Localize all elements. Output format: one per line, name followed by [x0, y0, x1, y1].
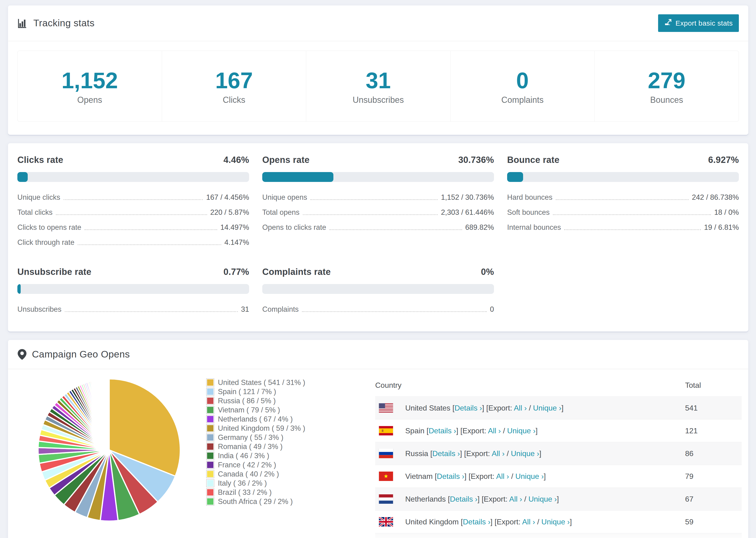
details-link[interactable]: Details › — [429, 426, 456, 435]
legend-swatch — [207, 416, 213, 422]
rates-card: Clicks rate4.46%Unique clicks167 / 4.456… — [8, 143, 748, 332]
legend-label: Romania ( 49 / 3% ) — [218, 443, 283, 450]
summary-stat-clicks: 167Clicks — [162, 51, 306, 121]
legend-swatch — [207, 480, 213, 486]
legend-item-south-africa: South Africa ( 29 / 2% ) — [207, 498, 357, 505]
export-icon — [664, 18, 672, 28]
country-name: United States — [405, 404, 450, 412]
flag-cell — [375, 511, 405, 533]
details-link[interactable]: Details › — [455, 404, 482, 412]
rate-row-label: Unsubscribes — [17, 305, 62, 314]
geo-table-row-us: United States [Details ›] [Export: All ›… — [375, 397, 742, 419]
details-link[interactable]: Details › — [463, 517, 490, 526]
export-unique-link[interactable]: Unique › — [515, 472, 544, 480]
rate-row-value: 167 / 4.456% — [206, 193, 249, 202]
rate-row-value: 242 / 86.738% — [692, 193, 739, 202]
total-value: 55 — [685, 533, 742, 538]
dotted-leader — [56, 214, 207, 215]
rate-row: Click through rate4.147% — [17, 235, 249, 250]
legend-item-germany: Germany ( 55 / 3% ) — [207, 434, 357, 441]
summary-label: Bounces — [595, 95, 739, 105]
dotted-leader — [64, 199, 203, 200]
dotted-leader — [65, 311, 238, 312]
export-all-link[interactable]: All › — [488, 426, 501, 435]
legend-swatch — [207, 471, 213, 477]
legend-label: India ( 46 / 3% ) — [218, 452, 269, 459]
rate-block-unsubscribe-rate: Unsubscribe rate0.77%Unsubscribes31 — [17, 267, 249, 317]
dotted-leader — [564, 229, 701, 230]
legend-label: Germany ( 55 / 3% ) — [218, 434, 283, 441]
rate-title: Complaints rate — [262, 267, 331, 277]
summary-stat-complaints: 0Complaints — [450, 51, 594, 121]
export-all-link[interactable]: All › — [514, 404, 527, 412]
rate-row-label: Clicks to opens rate — [17, 223, 81, 232]
legend-swatch — [207, 453, 213, 459]
summary-label: Clicks — [162, 95, 306, 105]
campaign-geo-opens-card: Campaign Geo Opens United States ( 541 /… — [8, 340, 748, 538]
legend-label: Brazil ( 33 / 2% ) — [218, 489, 272, 496]
flag-ru-icon — [378, 449, 394, 458]
rate-row: Complaints0 — [262, 302, 494, 317]
rate-row: Internal bounces19 / 6.81% — [507, 220, 739, 235]
geo-pie-chart — [36, 376, 182, 524]
legend-item-netherlands: Netherlands ( 67 / 4% ) — [207, 415, 357, 423]
flag-cell — [375, 419, 405, 442]
export-unique-link[interactable]: Unique › — [511, 449, 539, 458]
export-unique-link[interactable]: Unique › — [541, 517, 570, 526]
rate-head: Unsubscribe rate0.77% — [17, 267, 249, 277]
export-all-link[interactable]: All › — [496, 472, 509, 480]
rate-progress-fill — [17, 284, 21, 294]
export-all-link[interactable]: All › — [522, 517, 535, 526]
summary-value: 1,152 — [18, 69, 162, 92]
geo-body: United States ( 541 / 31% )Spain ( 121 /… — [8, 369, 748, 538]
summary-value: 0 — [451, 69, 594, 92]
legend-item-vietnam: Vietnam ( 79 / 5% ) — [207, 406, 357, 413]
flag-cell — [375, 533, 405, 538]
export-basic-stats-button[interactable]: Export basic stats — [658, 14, 739, 32]
export-unique-link[interactable]: Unique › — [507, 426, 536, 435]
rate-row-label: Soft bounces — [507, 208, 550, 217]
legend-swatch — [207, 434, 213, 441]
legend-label: South Africa ( 29 / 2% ) — [218, 498, 293, 505]
geo-table-wrap: Country Total United States [Details ›] … — [375, 369, 742, 538]
rate-row: Soft bounces18 / 0% — [507, 205, 739, 220]
rate-row-value: 1,152 / 30.736% — [441, 193, 494, 202]
details-link[interactable]: Details › — [450, 495, 477, 503]
export-all-link[interactable]: All › — [509, 495, 522, 503]
rate-row-label: Hard bounces — [507, 193, 553, 202]
legend-swatch — [207, 489, 213, 496]
total-value: 121 — [685, 419, 742, 442]
summary-stats-row: 1,152Opens167Clicks31Unsubscribes0Compla… — [17, 51, 739, 122]
rate-row-label: Total opens — [262, 208, 299, 217]
country-cell: Germany [Details ›] [Export: All › / Uni… — [405, 533, 685, 538]
details-link[interactable]: Details › — [437, 472, 464, 480]
export-all-link[interactable]: All › — [492, 449, 505, 458]
geo-table-row-es: Spain [Details ›] [Export: All › / Uniqu… — [375, 419, 742, 442]
rate-progress-track — [17, 284, 249, 294]
export-unique-link[interactable]: Unique › — [528, 495, 557, 503]
rate-block-clicks-rate: Clicks rate4.46%Unique clicks167 / 4.456… — [17, 155, 249, 250]
flag-cell — [375, 465, 405, 488]
dotted-leader — [556, 199, 689, 200]
rate-value: 6.927% — [708, 155, 739, 165]
country-name: United Kingdom — [405, 517, 459, 526]
details-link[interactable]: Details › — [432, 449, 460, 458]
summary-value: 31 — [306, 69, 450, 92]
tracking-stats-title: Tracking stats — [17, 18, 95, 28]
export-unique-link[interactable]: Unique › — [533, 404, 561, 412]
country-column-header: Country — [375, 374, 685, 397]
rate-row-value: 14.497% — [220, 223, 249, 232]
summary-label: Opens — [18, 95, 162, 105]
dotted-leader — [84, 229, 217, 230]
flag-cell — [375, 397, 405, 419]
rate-head: Clicks rate4.46% — [17, 155, 249, 165]
country-name: Russia — [405, 449, 428, 458]
legend-label: Canada ( 40 / 2% ) — [218, 470, 279, 478]
rate-row-value: 31 — [241, 305, 249, 314]
rate-row-label: Unique clicks — [17, 193, 60, 202]
geo-table-row-ru: Russia [Details ›] [Export: All › / Uniq… — [375, 442, 742, 465]
dotted-leader — [553, 214, 711, 215]
total-value: 59 — [685, 511, 742, 533]
dotted-leader — [329, 229, 462, 230]
legend-item-united-states: United States ( 541 / 31% ) — [207, 379, 357, 386]
